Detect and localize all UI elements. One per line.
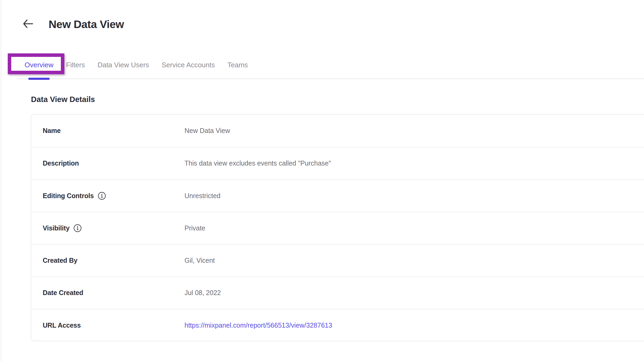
tab-label: Filters (66, 61, 85, 69)
row-value: Unrestricted (184, 192, 644, 200)
data-view-details-card: Name New Data View Description This data… (31, 114, 644, 341)
active-tab-indicator (28, 78, 50, 80)
row-label: URL Access (43, 321, 81, 329)
tab-overview[interactable]: Overview (25, 55, 53, 79)
row-value: This data view excludes events called "P… (184, 159, 644, 167)
detail-row-created-by: Created By Gil, Vicent (31, 244, 644, 276)
row-value: New Data View (184, 127, 644, 135)
tab-filters[interactable]: Filters (66, 55, 85, 79)
section-title: Data View Details (31, 95, 95, 104)
arrow-left-icon (22, 18, 34, 30)
tab-label: Service Accounts (162, 61, 215, 69)
row-value: Gil, Vicent (184, 257, 644, 264)
detail-row-visibility: Visibility Private (31, 212, 644, 244)
tab-teams[interactable]: Teams (227, 55, 248, 79)
page-title: New Data View (49, 18, 124, 31)
tab-label: Overview (25, 61, 53, 69)
detail-row-description: Description This data view excludes even… (31, 147, 644, 179)
row-value: Private (184, 224, 644, 232)
tab-bar: Overview Filters Data View Users Service… (0, 55, 644, 79)
detail-row-name: Name New Data View (31, 115, 644, 147)
row-label: Date Created (43, 289, 83, 297)
page-header: New Data View (22, 17, 124, 32)
info-icon[interactable] (98, 192, 106, 200)
detail-row-url-access: URL Access https://mixpanel.com/report/5… (31, 309, 644, 341)
tab-label: Data View Users (97, 61, 149, 69)
row-label: Name (43, 127, 61, 135)
row-label: Created By (43, 257, 77, 264)
row-value: Jul 08, 2022 (184, 289, 644, 297)
row-label: Description (43, 159, 79, 167)
back-button[interactable] (22, 18, 34, 30)
data-view-settings-page: New Data View Overview Filters Data View… (0, 0, 644, 361)
detail-row-date-created: Date Created Jul 08, 2022 (31, 276, 644, 309)
page-left-border (1, 0, 1, 361)
tab-service-accounts[interactable]: Service Accounts (162, 55, 215, 79)
tab-label: Teams (227, 61, 248, 69)
row-label: Editing Controls (43, 192, 94, 200)
tab-data-view-users[interactable]: Data View Users (97, 55, 149, 79)
url-access-link[interactable]: https://mixpanel.com/report/566513/view/… (184, 321, 644, 329)
row-label: Visibility (43, 224, 69, 232)
detail-row-editing-controls: Editing Controls Unrestricted (31, 179, 644, 212)
info-icon[interactable] (73, 224, 82, 232)
